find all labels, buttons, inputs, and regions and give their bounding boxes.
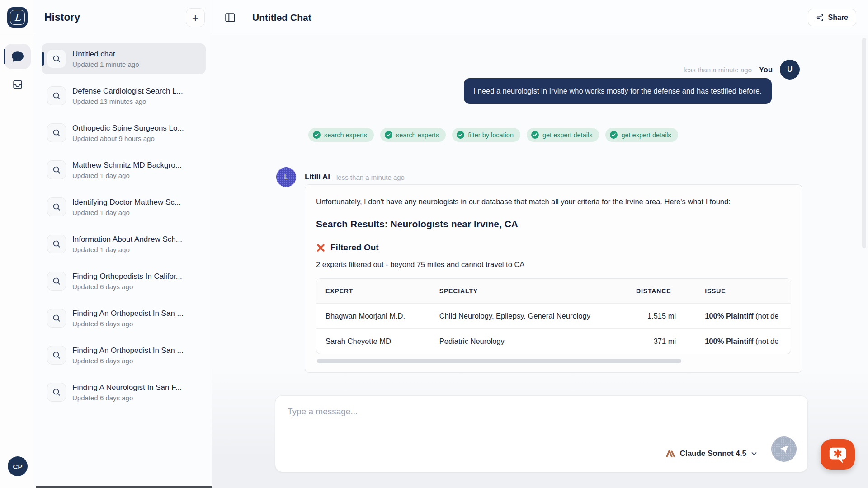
model-label: Claude Sonnet 4.5 bbox=[680, 449, 746, 458]
history-item[interactable]: Identifying Doctor Matthew Sc... Updated… bbox=[42, 192, 206, 222]
history-item[interactable]: Untitled chat Updated 1 minute ago bbox=[42, 43, 206, 74]
chevron-down-icon bbox=[750, 450, 758, 457]
share-label: Share bbox=[828, 14, 848, 22]
history-item-title: Identifying Doctor Matthew Sc... bbox=[72, 198, 181, 207]
history-item-updated: Updated 6 days ago bbox=[72, 394, 182, 402]
history-item-title: Finding An Orthopedist In San ... bbox=[72, 346, 184, 355]
search-icon bbox=[47, 160, 66, 179]
model-selector[interactable]: Claude Sonnet 4.5 bbox=[665, 449, 758, 458]
tool-badge-label: get expert details bbox=[621, 131, 671, 139]
tool-badge[interactable]: search experts bbox=[380, 128, 446, 142]
history-item-title: Untitled chat bbox=[72, 50, 139, 59]
inbox-icon bbox=[12, 79, 24, 90]
specialty-cell: Child Neurology, Epilepsy, General Neuro… bbox=[430, 304, 627, 329]
history-item[interactable]: Information About Andrew Sch... Updated … bbox=[42, 229, 206, 259]
check-circle-icon bbox=[610, 131, 618, 139]
ai-message-card: Unfortunately, I don't have any neurolog… bbox=[305, 184, 802, 373]
col-header-issue: ISSUE bbox=[696, 279, 791, 304]
support-widget-button[interactable] bbox=[821, 439, 855, 470]
check-circle-icon bbox=[385, 131, 392, 139]
history-item[interactable]: Finding An Orthopedist In San ... Update… bbox=[42, 340, 206, 371]
table-row: Sarah Cheyette MD Pediatric Neurology 37… bbox=[316, 329, 791, 354]
table-horizontal-scrollbar[interactable] bbox=[317, 359, 681, 363]
panel-toggle-icon bbox=[224, 12, 236, 23]
share-icon bbox=[816, 14, 824, 22]
history-sidebar: History + Untitled chat Updated 1 minute… bbox=[35, 0, 212, 488]
search-icon bbox=[47, 123, 66, 142]
user-message-meta: less than a minute ago You U bbox=[684, 60, 800, 80]
tool-badge[interactable]: search experts bbox=[308, 128, 374, 142]
chat-panel: Untitled Chat Share less than a minute a… bbox=[212, 0, 868, 488]
col-header-distance: DISTANCE bbox=[627, 279, 696, 304]
tool-badge-label: search experts bbox=[324, 131, 367, 139]
history-item[interactable]: Matthew Schmitz MD Backgro... Updated 1 … bbox=[42, 155, 206, 185]
new-chat-button[interactable]: + bbox=[186, 8, 205, 27]
user-message-sender: You bbox=[759, 66, 773, 74]
history-item[interactable]: Orthopedic Spine Surgeons Lo... Updated … bbox=[42, 117, 206, 148]
search-icon bbox=[47, 235, 66, 253]
check-circle-icon bbox=[457, 131, 464, 139]
tool-badge[interactable]: get expert details bbox=[527, 128, 599, 142]
user-message-bubble: I need a neurologist in Irvine who works… bbox=[464, 78, 772, 104]
history-item[interactable]: Finding Orthopedists In Califor... Updat… bbox=[42, 266, 206, 296]
history-item-title: Orthopedic Spine Surgeons Lo... bbox=[72, 124, 184, 133]
history-item-updated: Updated 6 days ago bbox=[72, 283, 182, 291]
ai-avatar: L bbox=[276, 167, 296, 187]
send-button[interactable] bbox=[771, 436, 797, 462]
history-item-title: Matthew Schmitz MD Backgro... bbox=[72, 161, 182, 170]
message-area: less than a minute ago You U I need a ne… bbox=[212, 35, 868, 488]
history-item[interactable]: Finding A Neurologist In San F... Update… bbox=[42, 377, 206, 408]
tool-badge-label: filter by location bbox=[468, 131, 514, 139]
message-input[interactable] bbox=[288, 407, 796, 443]
sidebar-bottom-edge bbox=[36, 486, 212, 488]
history-item-title: Finding Orthopedists In Califor... bbox=[72, 272, 182, 281]
search-icon bbox=[47, 49, 66, 68]
history-item-updated: Updated 1 day ago bbox=[72, 172, 182, 179]
specialty-cell: Pediatric Neurology bbox=[430, 329, 627, 354]
logo-letter: L bbox=[10, 10, 25, 25]
ai-sender-name: Litili AI bbox=[305, 173, 330, 182]
distance-cell: 371 mi bbox=[627, 329, 696, 354]
results-table: EXPERT SPECIALTY DISTANCE ISSUE Bhagwan … bbox=[316, 278, 791, 354]
x-mark-icon bbox=[316, 243, 326, 253]
history-item-updated: Updated 1 day ago bbox=[72, 209, 181, 216]
page-title: Untitled Chat bbox=[252, 12, 311, 23]
history-title: History bbox=[44, 11, 80, 23]
ai-message-timestamp: less than a minute ago bbox=[336, 174, 405, 181]
tool-badge-label: search experts bbox=[396, 131, 439, 139]
history-item-updated: Updated about 9 hours ago bbox=[72, 135, 184, 142]
search-icon bbox=[47, 383, 66, 402]
col-header-specialty: SPECIALTY bbox=[430, 279, 627, 304]
history-item-title: Finding An Orthopedist In San ... bbox=[72, 309, 184, 318]
expert-cell: Sarah Cheyette MD bbox=[316, 329, 430, 354]
toggle-sidebar-button[interactable] bbox=[224, 12, 236, 23]
vertical-scrollbar[interactable] bbox=[862, 38, 866, 248]
results-heading: Search Results: Neurologists near Irvine… bbox=[316, 219, 791, 230]
tool-badge[interactable]: get expert details bbox=[605, 128, 678, 142]
share-button[interactable]: Share bbox=[808, 9, 856, 26]
chat-header: Untitled Chat Share bbox=[212, 0, 868, 35]
tool-badge-label: get expert details bbox=[542, 131, 592, 139]
search-icon bbox=[47, 86, 66, 105]
history-item-updated: Updated 6 days ago bbox=[72, 357, 184, 365]
user-message-timestamp: less than a minute ago bbox=[684, 66, 752, 74]
user-avatar[interactable]: CP bbox=[8, 456, 28, 476]
search-icon bbox=[47, 272, 66, 291]
col-header-expert: EXPERT bbox=[316, 279, 430, 304]
history-item-updated: Updated 13 minutes ago bbox=[72, 98, 183, 105]
chat-asterisk-icon bbox=[827, 444, 848, 465]
history-item-updated: Updated 6 days ago bbox=[72, 320, 184, 328]
rail-chats-button[interactable] bbox=[5, 44, 31, 69]
history-item-title: Defense Cardiologist Search L... bbox=[72, 87, 183, 96]
table-row: Bhagwan Moorjani M.D. Child Neurology, E… bbox=[316, 304, 791, 329]
history-item-updated: Updated 1 day ago bbox=[72, 246, 182, 253]
rail-inbox-button[interactable] bbox=[5, 75, 31, 94]
history-item[interactable]: Finding An Orthopedist In San ... Update… bbox=[42, 303, 206, 333]
ai-intro-text: Unfortunately, I don't have any neurolog… bbox=[316, 197, 788, 207]
issue-cell: 100% Plaintiff (not de bbox=[696, 304, 791, 329]
app-logo[interactable]: L bbox=[7, 7, 28, 28]
search-icon bbox=[47, 309, 66, 328]
message-composer: Claude Sonnet 4.5 bbox=[275, 395, 808, 472]
history-item[interactable]: Defense Cardiologist Search L... Updated… bbox=[42, 80, 206, 111]
tool-badge[interactable]: filter by location bbox=[452, 128, 520, 142]
